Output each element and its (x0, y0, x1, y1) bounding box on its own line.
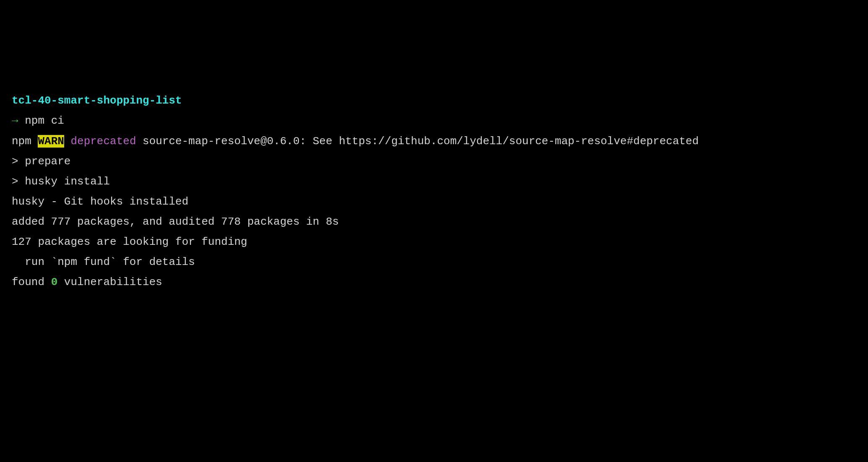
prompt-arrow-icon: → (12, 114, 25, 127)
funding-line-2: run `npm fund` for details (12, 252, 856, 272)
deprecated-label: deprecated (70, 135, 136, 148)
added-packages-line: added 777 packages, and audited 778 pack… (12, 212, 856, 232)
husky-message: husky - Git hooks installed (12, 192, 856, 212)
directory-name: tcl-40-smart-shopping-list (12, 94, 182, 107)
vuln-count: 0 (51, 276, 58, 288)
deprecated-message: source-map-resolve@0.6.0: See https://gi… (136, 135, 699, 148)
vulnerabilities-line: found 0 vulnerabilities (12, 272, 856, 292)
prepare-line: > prepare (12, 151, 856, 171)
found-prefix: found (12, 276, 51, 288)
found-suffix: vulnerabilities (57, 276, 162, 288)
npm-warn-line: npm WARN deprecated source-map-resolve@0… (12, 131, 856, 151)
command-text: npm ci (25, 114, 64, 127)
husky-install-line: > husky install (12, 171, 856, 192)
funding-line-1: 127 packages are looking for funding (12, 232, 856, 252)
warn-badge: WARN (38, 135, 64, 148)
terminal-output: tcl-40-smart-shopping-list→ npm cinpm WA… (12, 91, 856, 292)
npm-prefix: npm (12, 135, 38, 148)
